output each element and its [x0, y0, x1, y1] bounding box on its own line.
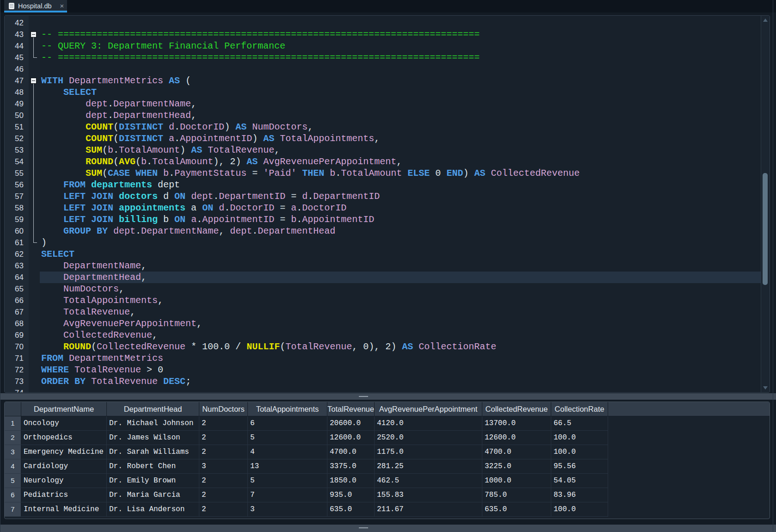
- cell[interactable]: 95.56: [551, 459, 608, 474]
- table-row[interactable]: 3Emergency MedicineDr. Sarah Williams244…: [5, 445, 770, 459]
- cell[interactable]: 2520.0: [375, 431, 482, 445]
- cell[interactable]: Dr. Sarah Williams: [107, 445, 199, 459]
- fold-marker[interactable]: [29, 75, 40, 87]
- code-text[interactable]: LEFT JOIN doctors d ON dept.DepartmentID…: [40, 191, 761, 202]
- cell[interactable]: 4: [248, 445, 327, 459]
- cell[interactable]: 100.0: [551, 502, 608, 517]
- code-text[interactable]: COUNT(DISTINCT a.AppointmentID) AS Total…: [40, 133, 761, 144]
- cell[interactable]: 1000.0: [482, 474, 551, 488]
- cell[interactable]: 935.0: [327, 488, 375, 502]
- code-text[interactable]: FROM departments dept: [40, 179, 761, 191]
- code-text[interactable]: dept.DepartmentName,: [40, 98, 761, 110]
- cell[interactable]: Oncology: [21, 416, 107, 431]
- code-text[interactable]: COUNT(DISTINCT d.DoctorID) AS NumDoctors…: [40, 121, 761, 133]
- cell[interactable]: 100.0: [551, 445, 608, 459]
- cell[interactable]: 211.67: [375, 502, 482, 517]
- cell[interactable]: 635.0: [482, 502, 551, 517]
- code-text[interactable]: LEFT JOIN appointments a ON d.DoctorID =…: [40, 202, 761, 214]
- cell[interactable]: Emergency Medicine: [21, 445, 107, 459]
- code-text[interactable]: ORDER BY TotalRevenue DESC;: [40, 376, 761, 387]
- code-text[interactable]: WITH DepartmentMetrics AS (: [40, 75, 761, 87]
- code-text[interactable]: ): [40, 237, 761, 248]
- cell[interactable]: Orthopedics: [21, 431, 107, 445]
- splitter-handle[interactable]: [359, 527, 368, 528]
- code-text[interactable]: DepartmentName,: [40, 260, 761, 272]
- table-row[interactable]: 6PediatricsDr. Maria Garcia27935.0155.83…: [5, 488, 770, 502]
- cell[interactable]: 13: [248, 459, 327, 474]
- code-text[interactable]: NumDoctors,: [40, 283, 761, 295]
- row-number[interactable]: 6: [5, 488, 21, 502]
- editor-vertical-scrollbar[interactable]: [761, 16, 770, 392]
- cell[interactable]: Pediatrics: [21, 488, 107, 502]
- cell[interactable]: Internal Medicine: [21, 502, 107, 517]
- fold-marker[interactable]: [29, 29, 40, 40]
- column-header-departmentname[interactable]: DepartmentName: [21, 402, 107, 416]
- scrollbar-thumb[interactable]: [763, 173, 768, 285]
- row-number[interactable]: 2: [5, 431, 21, 445]
- tab-hospital-db[interactable]: Hospital.db ×: [4, 0, 67, 12]
- cell[interactable]: 3375.0: [327, 459, 375, 474]
- cell[interactable]: 6: [248, 416, 327, 431]
- cell[interactable]: 2: [199, 488, 248, 502]
- code-text[interactable]: -- =====================================…: [40, 29, 761, 40]
- sql-editor[interactable]: 4243-- =================================…: [4, 15, 770, 393]
- code-text[interactable]: -- =====================================…: [40, 52, 761, 63]
- code-text[interactable]: [40, 63, 761, 75]
- code-text[interactable]: SELECT: [40, 248, 761, 260]
- cell[interactable]: 2: [199, 445, 248, 459]
- row-number[interactable]: 3: [5, 445, 21, 459]
- cell[interactable]: 12600.0: [327, 431, 375, 445]
- column-header-totalrevenue[interactable]: TotalRevenue: [327, 402, 375, 416]
- cell[interactable]: 281.25: [375, 459, 482, 474]
- table-row[interactable]: 4CardiologyDr. Robert Chen3133375.0281.2…: [5, 459, 770, 474]
- code-text[interactable]: SUM(CASE WHEN b.PaymentStatus = 'Paid' T…: [40, 167, 761, 179]
- cell[interactable]: 13700.0: [482, 416, 551, 431]
- code-text[interactable]: LEFT JOIN billing b ON a.AppointmentID =…: [40, 214, 761, 225]
- code-text[interactable]: -- QUERY 3: Department Financial Perform…: [40, 40, 761, 52]
- table-row[interactable]: 5NeurologyDr. Emily Brown251850.0462.510…: [5, 474, 770, 488]
- cell[interactable]: 785.0: [482, 488, 551, 502]
- cell[interactable]: 2: [199, 431, 248, 445]
- code-text[interactable]: SUM(b.TotalAmount) AS TotalRevenue,: [40, 144, 761, 156]
- column-header-numdoctors[interactable]: NumDoctors: [199, 402, 248, 416]
- column-header-collectionrate[interactable]: CollectionRate: [551, 402, 608, 416]
- code-text[interactable]: TotalAppointments,: [40, 295, 761, 306]
- cell[interactable]: Dr. Emily Brown: [107, 474, 199, 488]
- cell[interactable]: Dr. Robert Chen: [107, 459, 199, 474]
- code-text[interactable]: GROUP BY dept.DepartmentName, dept.Depar…: [40, 225, 761, 237]
- code-text[interactable]: TotalRevenue,: [40, 306, 761, 318]
- code-text[interactable]: [40, 17, 761, 29]
- cell[interactable]: 83.96: [551, 488, 608, 502]
- cell[interactable]: 3: [199, 459, 248, 474]
- row-number[interactable]: 1: [5, 416, 21, 431]
- column-header-avgrevenueperappointment[interactable]: AvgRevenuePerAppointment: [375, 402, 482, 416]
- cell[interactable]: 2: [199, 416, 248, 431]
- code-text[interactable]: [40, 387, 761, 393]
- splitter-editor-results[interactable]: [0, 393, 776, 400]
- cell[interactable]: 4120.0: [375, 416, 482, 431]
- cell[interactable]: 462.5: [375, 474, 482, 488]
- cell[interactable]: 1175.0: [375, 445, 482, 459]
- cell[interactable]: Dr. Maria Garcia: [107, 488, 199, 502]
- cell[interactable]: 20600.0: [327, 416, 375, 431]
- code-text[interactable]: WHERE TotalRevenue > 0: [40, 364, 761, 376]
- splitter-handle[interactable]: [359, 396, 368, 397]
- code-text[interactable]: CollectedRevenue,: [40, 329, 761, 341]
- cell[interactable]: 100.0: [551, 431, 608, 445]
- code-text[interactable]: dept.DepartmentHead,: [40, 110, 761, 121]
- cell[interactable]: Cardiology: [21, 459, 107, 474]
- cell[interactable]: 5: [248, 474, 327, 488]
- cell[interactable]: 635.0: [327, 502, 375, 517]
- cell[interactable]: 54.05: [551, 474, 608, 488]
- cell[interactable]: Dr. Lisa Anderson: [107, 502, 199, 517]
- row-number[interactable]: 7: [5, 502, 21, 517]
- close-icon[interactable]: ×: [60, 2, 64, 9]
- code-text[interactable]: AvgRevenuePerAppointment,: [40, 318, 761, 329]
- table-row[interactable]: 7Internal MedicineDr. Lisa Anderson23635…: [5, 502, 770, 517]
- cell[interactable]: 12600.0: [482, 431, 551, 445]
- cell[interactable]: 155.83: [375, 488, 482, 502]
- scroll-down-arrow-icon[interactable]: [763, 386, 768, 390]
- row-number[interactable]: 5: [5, 474, 21, 488]
- table-row[interactable]: 1OncologyDr. Michael Johnson2620600.0412…: [5, 416, 770, 431]
- code-text-current-line[interactable]: DepartmentHead,: [40, 272, 761, 283]
